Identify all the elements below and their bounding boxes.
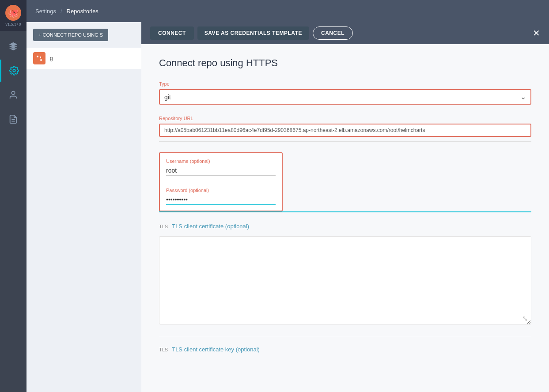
user-icon	[8, 90, 18, 100]
repo-url-form-group: Repository URL http://a05bab061231bb11ea…	[159, 116, 531, 142]
sidebar-item-docs[interactable]	[0, 108, 27, 130]
tls-cert-label: TLS client certificate (optional)	[172, 223, 249, 230]
modal-title: Connect repo using HTTPS	[159, 57, 531, 69]
content-area: + CONNECT REPO USING S g CONNECT SAVE AS	[27, 22, 549, 392]
tls-cert-form-group: TLS TLS client certificate (optional) ⤡	[159, 223, 531, 326]
username-label: Username (optional)	[166, 158, 276, 164]
sidebar-nav	[0, 31, 27, 130]
left-panel: + CONNECT REPO USING S g	[27, 22, 141, 392]
sidebar-item-user[interactable]	[0, 84, 27, 106]
layers-icon	[8, 41, 18, 51]
repo-url-wrapper[interactable]: http://a05bab061231bb11ea80d96ac4e7df95d…	[159, 124, 531, 137]
password-input[interactable]	[166, 195, 276, 205]
cancel-button[interactable]: CANCEL	[313, 26, 353, 40]
sidebar-logo: 🐙 v1.5.3+0	[0, 0, 27, 31]
username-input[interactable]	[166, 166, 276, 176]
docs-icon	[8, 114, 18, 124]
tls-cert-toggle[interactable]: TLS TLS client certificate (optional)	[159, 223, 531, 230]
username-field: Username (optional)	[166, 158, 276, 176]
repo-name-label: g	[50, 55, 53, 61]
nav-repositories-link[interactable]: Repositories	[67, 8, 98, 15]
password-label: Password (optional)	[166, 188, 276, 193]
type-form-group: Type git ⌄	[159, 81, 531, 105]
repo-url-label: Repository URL	[159, 116, 531, 121]
sidebar: 🐙 v1.5.3+0	[0, 0, 27, 392]
save-template-button[interactable]: SAVE AS CREDENTIALS TEMPLATE	[197, 26, 309, 40]
git-branch-icon	[36, 55, 43, 62]
modal-close-button[interactable]: ✕	[533, 29, 540, 38]
sidebar-item-settings[interactable]	[0, 60, 27, 82]
section-divider	[159, 337, 531, 337]
repo-url-value: http://a05bab061231bb11ea80d96ac4e7df95d…	[164, 127, 526, 133]
svg-point-1	[11, 91, 15, 94]
type-select-value: git	[164, 94, 171, 101]
type-select[interactable]: git ⌄	[159, 89, 531, 105]
type-label: Type	[159, 81, 531, 87]
connect-repo-button[interactable]: + CONNECT REPO USING S	[33, 29, 108, 41]
top-nav: Settings / Repositories	[27, 0, 549, 22]
nav-separator: /	[61, 8, 62, 15]
modal-connect-https: CONNECT SAVE AS CREDENTIALS TEMPLATE CAN…	[141, 22, 549, 392]
svg-point-0	[13, 69, 15, 72]
password-field: Password (optional)	[166, 188, 276, 205]
version-label: v1.5.3+0	[6, 22, 21, 26]
chevron-down-icon: ⌄	[520, 93, 526, 101]
settings-icon	[9, 66, 19, 75]
modal-header: CONNECT SAVE AS CREDENTIALS TEMPLATE CAN…	[141, 22, 549, 44]
svg-point-4	[40, 59, 42, 61]
main-area: Settings / Repositories + CONNECT REPO U…	[27, 0, 549, 392]
tls-cert-textarea[interactable]	[159, 236, 531, 324]
repo-icon	[33, 52, 45, 64]
nav-settings-link[interactable]: Settings	[35, 8, 56, 15]
app-logo-icon: 🐙	[5, 5, 21, 21]
connect-button[interactable]: CONNECT	[150, 26, 194, 40]
sidebar-item-layers[interactable]	[0, 35, 27, 57]
credentials-form-group: Username (optional) Password (optional)	[159, 152, 531, 212]
credentials-box: Username (optional) Password (optional)	[159, 152, 283, 211]
tls-cert-key-label: TLS client certificate key (optional)	[172, 346, 260, 353]
tls-cert-key-form-group: TLS TLS client certificate key (optional…	[159, 346, 531, 353]
repo-list-item[interactable]: g	[27, 48, 141, 69]
svg-point-5	[37, 56, 38, 57]
modal-body: Connect repo using HTTPS Type git ⌄ Repo…	[141, 44, 549, 392]
tls-cert-key-toggle[interactable]: TLS TLS client certificate key (optional…	[159, 346, 531, 353]
